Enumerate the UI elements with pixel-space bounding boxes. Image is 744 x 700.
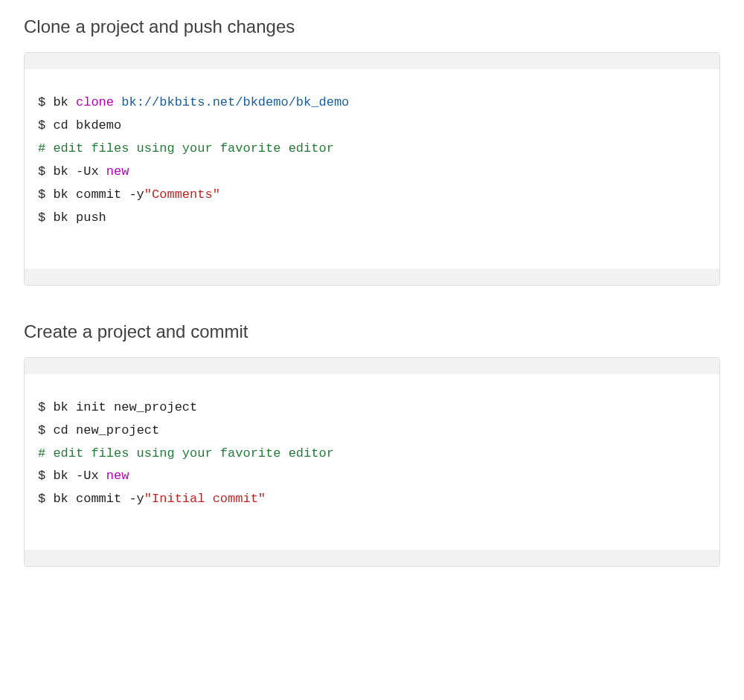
code-token: $	[38, 95, 53, 109]
code-token: cd	[53, 423, 76, 437]
code-token: clone	[76, 95, 121, 109]
code-token: cd	[53, 118, 76, 132]
code-line: $ bk commit -y"Initial commit"	[38, 488, 706, 511]
code-token: bk commit -y	[53, 492, 144, 506]
section-clone: Clone a project and push changes $ bk cl…	[24, 16, 720, 286]
code-token: bk -Ux	[53, 164, 106, 179]
code-token: bk	[53, 95, 76, 109]
section-title: Clone a project and push changes	[24, 16, 720, 37]
code-token: $	[38, 423, 53, 437]
code-token: $	[38, 211, 53, 225]
code-token: $	[38, 469, 53, 483]
code-line: $ bk commit -y"Comments"	[38, 184, 706, 207]
code-token: bk -Ux	[53, 469, 106, 483]
code-token: $	[38, 400, 53, 414]
code-panel-bottombar	[25, 550, 719, 566]
code-line: # edit files using your favorite editor	[38, 138, 706, 161]
code-token: $	[38, 164, 53, 179]
code-token: new	[106, 164, 129, 179]
code-token: new_project	[76, 423, 159, 437]
code-token: bk init new_project	[53, 400, 197, 414]
code-body: $ bk init new_project $ cd new_project #…	[25, 374, 719, 550]
code-token: bk://bkbits.net/bkdemo/bk_demo	[121, 95, 349, 109]
code-panel: $ bk clone bk://bkbits.net/bkdemo/bk_dem…	[24, 52, 720, 286]
code-line: $ bk init new_project	[38, 396, 706, 420]
code-token: # edit files using your favorite editor	[38, 446, 334, 460]
code-line: $ bk clone bk://bkbits.net/bkdemo/bk_dem…	[38, 91, 706, 115]
code-line: $ bk -Ux new	[38, 465, 706, 488]
page: Clone a project and push changes $ bk cl…	[0, 0, 744, 632]
code-token: bk push	[53, 211, 106, 225]
code-line: $ bk push	[38, 207, 706, 230]
code-line: $ cd new_project	[38, 420, 706, 443]
code-panel-topbar	[25, 358, 719, 374]
code-token: new	[106, 469, 129, 483]
code-panel: $ bk init new_project $ cd new_project #…	[24, 357, 720, 568]
code-token: $	[38, 118, 53, 132]
code-token: # edit files using your favorite editor	[38, 141, 334, 155]
code-token: $	[38, 187, 53, 202]
section-create: Create a project and commit $ bk init ne…	[24, 321, 720, 568]
code-line: $ bk -Ux new	[38, 161, 706, 184]
code-token: "Comments"	[144, 187, 220, 202]
code-token: $	[38, 492, 53, 506]
code-panel-topbar	[25, 53, 719, 69]
code-panel-bottombar	[25, 269, 719, 285]
code-line: $ cd bkdemo	[38, 115, 706, 138]
code-token: "Initial commit"	[144, 492, 266, 506]
code-body: $ bk clone bk://bkbits.net/bkdemo/bk_dem…	[25, 69, 719, 269]
section-title: Create a project and commit	[24, 321, 720, 342]
code-line: # edit files using your favorite editor	[38, 443, 706, 466]
code-token: bk commit -y	[53, 187, 144, 202]
code-token: bkdemo	[76, 118, 121, 132]
